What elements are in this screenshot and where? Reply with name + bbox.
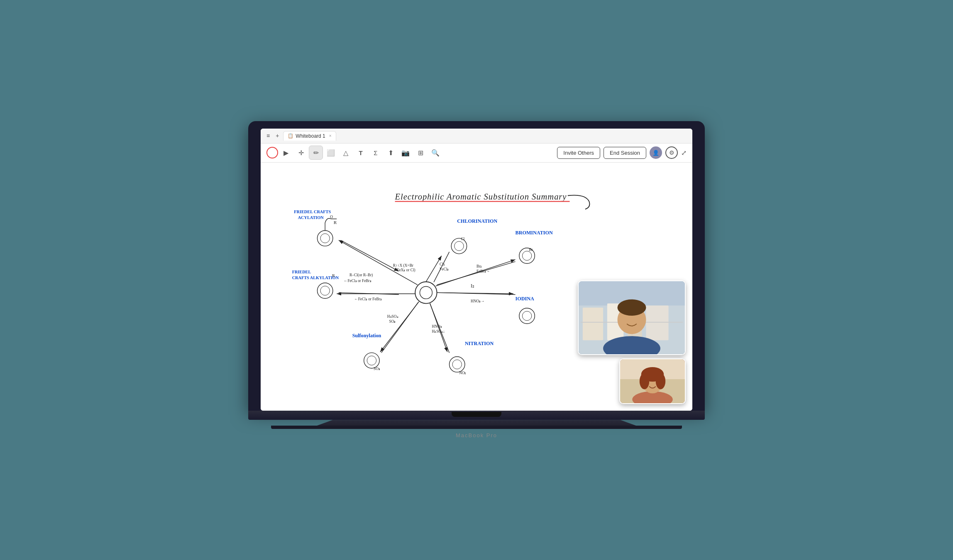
svg-point-33 — [522, 251, 531, 260]
svg-line-10 — [341, 240, 399, 271]
svg-text:Cl: Cl — [461, 237, 465, 241]
svg-point-46 — [452, 360, 462, 369]
svg-text:FRIEDEL CRAFTS: FRIEDEL CRAFTS — [294, 209, 331, 214]
svg-line-63 — [380, 302, 419, 352]
toolbar-right: Invite Others End Session 👤 ⚙ ⤢ — [557, 146, 687, 159]
video-secondary-placeholder — [620, 359, 685, 403]
text-tool-button[interactable]: T — [354, 146, 368, 160]
svg-text:FeCl₃: FeCl₃ — [440, 267, 449, 271]
svg-rect-84 — [638, 395, 667, 404]
invite-others-button[interactable]: Invite Others — [557, 147, 600, 159]
svg-text:Br: Br — [529, 248, 533, 252]
svg-text:ACYLATION: ACYLATION — [298, 215, 324, 219]
tab-document-icon: 📋 — [288, 133, 293, 139]
svg-point-14 — [317, 283, 332, 298]
svg-text:R–Cl(or R–Br): R–Cl(or R–Br) — [349, 273, 373, 278]
circle-tool-button[interactable] — [266, 147, 278, 158]
laptop-container: ≡ + 📋 Whiteboard 1 × ▶ ✛ ✏ ⬜ △ T Σ — [248, 121, 705, 439]
titlebar-left: ≡ + 📋 Whiteboard 1 × — [265, 131, 336, 141]
arrow-tool-button[interactable]: ▶ — [279, 146, 293, 160]
svg-text:H₂SO₄: H₂SO₄ — [387, 314, 398, 319]
svg-point-40 — [522, 311, 531, 320]
svg-line-60 — [436, 260, 516, 286]
svg-text:←FeCl₃ or FeBr₃: ←FeCl₃ or FeBr₃ — [354, 297, 382, 301]
svg-point-4 — [317, 230, 332, 246]
svg-text:FeBr₃→: FeBr₃→ — [476, 269, 490, 273]
svg-rect-68 — [583, 308, 603, 341]
eraser-tool-button[interactable]: ⬜ — [324, 146, 338, 160]
svg-point-45 — [450, 356, 465, 372]
svg-point-20 — [415, 282, 437, 303]
search-tool-button[interactable]: 🔍 — [428, 146, 442, 160]
svg-text:IODINA: IODINA — [516, 296, 534, 302]
macbook-label: MacBook Pro — [456, 432, 497, 438]
svg-text:NITRATION: NITRATION — [465, 340, 494, 346]
shapes-tool-button[interactable]: △ — [339, 146, 353, 160]
svg-text:O: O — [330, 214, 333, 219]
titlebar: ≡ + 📋 Whiteboard 1 × — [261, 129, 692, 144]
svg-text:H₂SO₄↓: H₂SO₄↓ — [432, 329, 445, 333]
laptop-foot — [271, 426, 682, 429]
camera-tool-button[interactable]: 📷 — [398, 146, 413, 160]
svg-point-52 — [364, 353, 379, 368]
svg-text:SO₃: SO₃ — [389, 319, 396, 324]
formula-tool-button[interactable]: Σ — [369, 146, 383, 160]
svg-point-39 — [519, 308, 535, 323]
svg-point-24 — [455, 241, 464, 251]
laptop-base — [248, 411, 705, 420]
svg-text:R↑↑X (X=Br: R↑↑X (X=Br — [393, 263, 414, 268]
video-secondary — [619, 358, 686, 404]
svg-text:←FeCl₃ or FeBr₃: ←FeCl₃ or FeBr₃ — [344, 279, 371, 283]
upload-tool-button[interactable]: ⬆ — [384, 146, 398, 160]
svg-point-83 — [656, 373, 665, 390]
svg-rect-76 — [609, 342, 654, 355]
svg-text:I₂: I₂ — [471, 283, 474, 289]
expand-icon[interactable]: ⤢ — [681, 149, 687, 157]
svg-text:FRIEDEL: FRIEDEL — [292, 269, 311, 274]
video-main — [578, 280, 686, 355]
svg-line-35 — [437, 261, 516, 285]
toolbar: ▶ ✛ ✏ ⬜ △ T Σ ⬆ 📷 ⊞ 🔍 Invite Others End … — [261, 144, 692, 163]
svg-line-65 — [339, 240, 418, 285]
svg-point-21 — [420, 286, 432, 299]
laptop-notch — [452, 412, 501, 417]
svg-point-9 — [320, 234, 330, 243]
svg-text:CHLORINATION: CHLORINATION — [457, 218, 497, 224]
svg-text:Br₂: Br₂ — [476, 264, 482, 268]
screen-bezel: ≡ + 📋 Whiteboard 1 × ▶ ✛ ✏ ⬜ △ T Σ — [248, 121, 705, 411]
svg-point-53 — [367, 356, 376, 365]
end-session-button[interactable]: End Session — [604, 147, 646, 159]
menu-icon[interactable]: ≡ — [265, 131, 271, 141]
svg-point-15 — [320, 286, 330, 295]
svg-text:Cl₂: Cl₂ — [440, 262, 445, 266]
svg-point-82 — [640, 373, 649, 390]
svg-text:←FeX₃  or Cl): ←FeX₃ or Cl) — [393, 268, 415, 273]
grid-tool-button[interactable]: ⊞ — [413, 146, 428, 160]
svg-text:HNO₃: HNO₃ — [432, 324, 442, 328]
svg-text:R: R — [332, 273, 335, 278]
whiteboard-tab[interactable]: 📋 Whiteboard 1 × — [283, 131, 336, 141]
settings-button[interactable]: ⚙ — [665, 146, 678, 159]
svg-line-59 — [426, 256, 441, 282]
pen-tool-button[interactable]: ✏ — [309, 146, 323, 160]
video-overlay — [578, 280, 686, 404]
svg-text:R: R — [334, 219, 337, 224]
svg-point-75 — [618, 299, 646, 316]
svg-rect-71 — [646, 306, 668, 341]
tab-label: Whiteboard 1 — [296, 133, 325, 139]
tab-close-icon[interactable]: × — [329, 134, 332, 138]
screen: ≡ + 📋 Whiteboard 1 × ▶ ✛ ✏ ⬜ △ T Σ — [261, 129, 692, 411]
svg-text:Electrophilic Aromatic Substit: Electrophilic Aromatic Substitution Summ… — [395, 192, 567, 202]
plus-icon[interactable]: + — [274, 131, 281, 141]
svg-text:NO₂: NO₂ — [459, 370, 467, 375]
svg-text:HNO₃→: HNO₃→ — [471, 299, 485, 303]
whiteboard-area[interactable]: Electrophilic Aromatic Substitution Summ… — [261, 163, 692, 411]
svg-text:Sulfonylation: Sulfonylation — [352, 333, 381, 338]
svg-text:BROMINATION: BROMINATION — [516, 230, 553, 236]
user-avatar-button[interactable]: 👤 — [650, 146, 662, 159]
laptop-stand — [317, 420, 636, 426]
move-tool-button[interactable]: ✛ — [294, 146, 308, 160]
video-main-placeholder — [579, 281, 685, 354]
svg-text:SO₃: SO₃ — [374, 367, 380, 371]
